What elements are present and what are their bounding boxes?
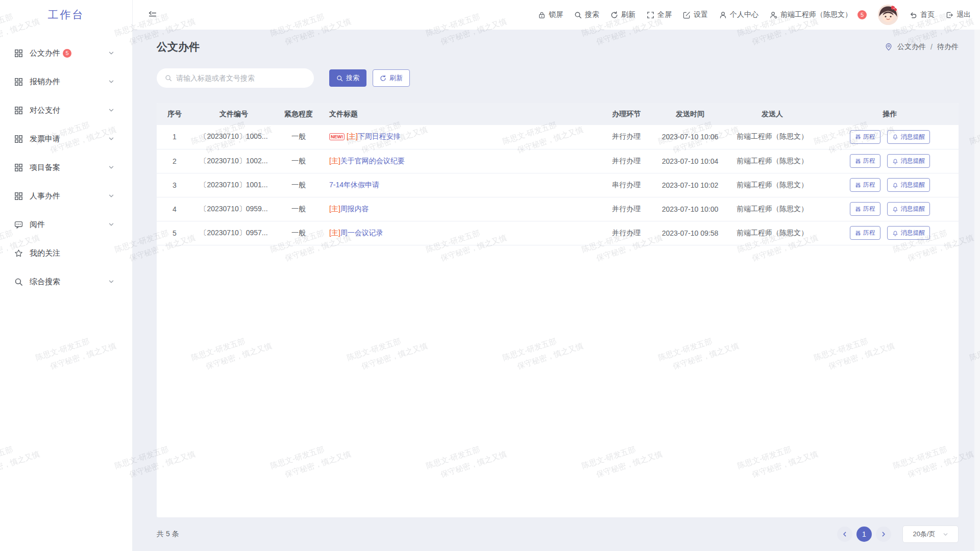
- doc-tag: [主]: [329, 157, 340, 165]
- global-search-button[interactable]: 搜索: [574, 10, 599, 19]
- doc-tag: [主]: [329, 205, 340, 213]
- notify-button[interactable]: 消息提醒: [887, 226, 930, 240]
- doc-tag: [主]: [329, 229, 340, 237]
- logout-label: 退出: [957, 10, 971, 19]
- search-button[interactable]: 搜索: [329, 69, 366, 87]
- chevron-down-icon: [108, 221, 114, 228]
- breadcrumb-separator: /: [930, 43, 933, 51]
- cell-sender: 前端工程师（陈思文）: [723, 221, 821, 245]
- history-button[interactable]: 历程: [850, 130, 880, 144]
- scrollbar-track[interactable]: [974, 30, 980, 551]
- logout-icon: [946, 11, 953, 19]
- sidebar-item-gongwen[interactable]: 公文办件 5: [0, 39, 132, 67]
- cell-actions: 历程 消息提醒: [821, 173, 959, 197]
- refresh-list-label: 刷新: [389, 73, 403, 83]
- refresh-page-button[interactable]: 刷新: [610, 10, 635, 19]
- cell-seq: 3: [157, 173, 192, 197]
- sliders-icon: [855, 230, 861, 236]
- cell-doc-no: 〔20230710〕0959...: [192, 197, 275, 221]
- sidebar-item-renshi[interactable]: 人事办件: [0, 182, 132, 210]
- document-link[interactable]: 7-14年休假申请: [329, 181, 379, 189]
- sidebar-item-guanzhu[interactable]: 我的关注: [0, 239, 132, 267]
- profile-center-label: 个人中心: [730, 10, 758, 19]
- sidebar-item-label: 发票申请: [30, 134, 60, 144]
- page-size-value: 20条/页: [913, 530, 935, 539]
- table-row: 5 〔20230710〕0957... 一般 [主]周一会议记录 并行办理 20…: [157, 221, 959, 245]
- refresh-icon: [380, 75, 386, 82]
- current-page[interactable]: 1: [856, 527, 872, 542]
- grid-icon: [14, 192, 23, 201]
- lock-screen-button[interactable]: 锁屏: [538, 10, 563, 19]
- home-button[interactable]: 首页: [910, 10, 935, 19]
- message-icon: [14, 220, 23, 229]
- notify-button[interactable]: 消息提醒: [887, 178, 930, 192]
- chevron-right-icon: [880, 531, 887, 537]
- notify-button[interactable]: 消息提醒: [887, 130, 930, 144]
- cell-title: NEW![主]下周日程安排: [322, 125, 596, 149]
- chevron-down-icon: [108, 164, 114, 170]
- collapse-sidebar-icon[interactable]: [148, 10, 157, 19]
- history-button[interactable]: 历程: [850, 202, 880, 216]
- logout-button[interactable]: 退出: [946, 10, 971, 19]
- history-button[interactable]: 历程: [850, 226, 880, 240]
- profile-center-button[interactable]: 个人中心: [719, 10, 758, 19]
- page-size-select[interactable]: 20条/页: [902, 525, 959, 543]
- fullscreen-button[interactable]: 全屏: [647, 10, 672, 19]
- sidebar-item-duigong[interactable]: 对公支付: [0, 96, 132, 124]
- cell-urgency: 一般: [275, 125, 322, 149]
- document-table: 序号 文件编号 紧急程度 文件标题 办理环节 发送时间 发送人 操作 1: [157, 103, 959, 245]
- col-doc-no: 文件编号: [192, 103, 275, 125]
- cell-sender: 前端工程师（陈思文）: [723, 149, 821, 173]
- sidebar-item-fapiao[interactable]: 发票申请: [0, 124, 132, 153]
- edit-icon: [683, 11, 691, 19]
- search-icon: [165, 74, 172, 82]
- history-button[interactable]: 历程: [850, 178, 880, 192]
- bell-icon: [892, 206, 898, 212]
- next-page-button[interactable]: [876, 527, 891, 542]
- lock-icon: [538, 11, 546, 19]
- chevron-left-icon: [842, 531, 848, 537]
- breadcrumb-section[interactable]: 公文办件: [897, 42, 926, 52]
- cell-seq: 2: [157, 149, 192, 173]
- sidebar-item-label: 阅件: [30, 220, 45, 230]
- fullscreen-label: 全屏: [657, 10, 672, 19]
- document-link[interactable]: 周一会议记录: [340, 229, 383, 237]
- sidebar-item-baoxiao[interactable]: 报销办件: [0, 67, 132, 96]
- message-count-badge: 5: [857, 10, 867, 19]
- avatar[interactable]: [878, 5, 898, 25]
- col-title: 文件标题: [322, 103, 596, 125]
- grid-icon: [14, 78, 23, 86]
- sidebar-item-label: 综合搜索: [30, 277, 60, 287]
- sidebar-item-yuejian[interactable]: 阅件: [0, 210, 132, 239]
- bell-icon: [892, 158, 898, 164]
- cell-time: 2023-07-10 10:02: [657, 173, 723, 197]
- document-link[interactable]: 周报内容: [340, 205, 369, 213]
- sidebar-item-xiangmu[interactable]: 项目备案: [0, 153, 132, 182]
- notify-button[interactable]: 消息提醒: [887, 202, 930, 216]
- search-input[interactable]: [176, 74, 306, 82]
- chevron-down-icon: [108, 79, 114, 85]
- refresh-list-button[interactable]: 刷新: [373, 69, 410, 87]
- current-user[interactable]: 前端工程师（陈思文） 5: [770, 10, 867, 19]
- sidebar: 工作台 公文办件 5 报销办件 对公支付 发票申请: [0, 0, 133, 551]
- cell-doc-no: 〔20230710〕1002...: [192, 149, 275, 173]
- sidebar-item-sousuo[interactable]: 综合搜索: [0, 267, 132, 296]
- notify-button[interactable]: 消息提醒: [887, 154, 930, 168]
- document-link[interactable]: 关于官网的会议纪要: [340, 157, 405, 165]
- new-badge: NEW!: [329, 133, 345, 140]
- history-button[interactable]: 历程: [850, 154, 880, 168]
- cell-title: [主]周报内容: [322, 197, 596, 221]
- prev-page-button[interactable]: [837, 527, 852, 542]
- document-link[interactable]: 下周日程安排: [358, 132, 401, 140]
- settings-button[interactable]: 设置: [683, 10, 708, 19]
- bell-icon: [892, 230, 898, 236]
- global-search-label: 搜索: [585, 10, 599, 19]
- search-icon: [336, 75, 343, 82]
- sidebar-item-label: 对公支付: [30, 106, 60, 115]
- refresh-icon: [610, 11, 618, 19]
- chevron-down-icon: [108, 279, 114, 285]
- content: 公文办件 公文办件 / 待办件 搜索: [133, 30, 980, 551]
- cell-urgency: 一般: [275, 221, 322, 245]
- refresh-page-label: 刷新: [621, 10, 635, 19]
- sidebar-item-label: 人事办件: [30, 191, 60, 201]
